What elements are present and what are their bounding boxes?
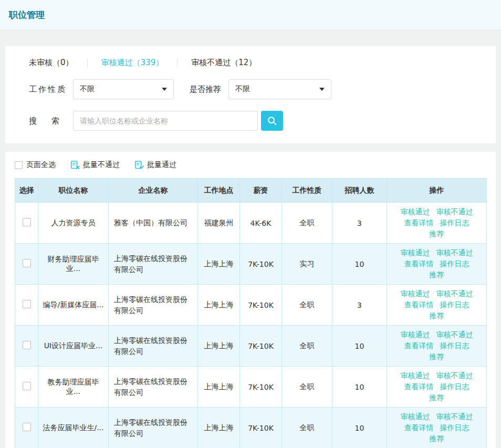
work-type-label: 工作性质: [29, 85, 73, 95]
search-input[interactable]: [73, 111, 258, 131]
work-type-select[interactable]: 不限: [73, 79, 174, 99]
job-name: UI设计应届毕业...: [38, 326, 109, 367]
work-type: 全职: [282, 285, 332, 326]
tab-unreviewed[interactable]: 未审核（0）: [29, 58, 74, 68]
recruit-count: 10: [332, 326, 387, 367]
salary: 4K-6K: [240, 203, 282, 244]
row-actions: 审核通过审核不通过 查看详情操作日志 推荐: [387, 408, 487, 448]
tab-approved[interactable]: 审核通过（339）: [101, 58, 164, 68]
company-name: 上海零碳在线投资股份有限公司: [109, 326, 198, 367]
table-row: 人力资源专员 雅客（中国）有限公司 福建泉州 4K-6K 全职 3 审核通过审核…: [15, 203, 487, 244]
operation-log-link[interactable]: 操作日志: [440, 341, 469, 350]
recommend-value: 不限: [235, 85, 250, 94]
approve-link[interactable]: 审核通过: [401, 207, 430, 216]
recommend-label: 是否推荐: [190, 85, 221, 95]
chevron-down-icon: [162, 88, 167, 91]
action-line: 推荐: [392, 433, 481, 444]
approve-link[interactable]: 审核通过: [401, 289, 430, 298]
recommend-link[interactable]: 推荐: [430, 393, 444, 402]
work-type: 实习: [282, 244, 332, 285]
operation-log-link[interactable]: 操作日志: [440, 259, 469, 268]
batch-approve-button[interactable]: 批量通过: [134, 160, 176, 170]
row-select-cell: [15, 408, 38, 448]
tab-divider: [177, 59, 178, 67]
table-row: 法务应届毕业生/... 上海零碳在线投资股份有限公司 上海上海 7K-10K 全…: [15, 408, 487, 448]
recommend-link[interactable]: 推荐: [430, 352, 444, 361]
reject-link[interactable]: 审核不通过: [436, 207, 473, 216]
recommend-select[interactable]: 不限: [228, 79, 331, 99]
job-name: 财务助理应届毕业...: [38, 244, 109, 285]
batch-actions-row: 页面全选 批量不通过 批量通过: [15, 159, 486, 171]
work-location: 上海上海: [198, 244, 240, 285]
view-detail-link[interactable]: 查看详情: [404, 382, 434, 391]
reject-link[interactable]: 审核不通过: [436, 289, 473, 298]
row-checkbox[interactable]: [23, 259, 31, 267]
action-line: 查看详情操作日志: [392, 422, 481, 433]
row-checkbox[interactable]: [23, 341, 31, 349]
col-header-type: 工作性质: [282, 179, 332, 203]
row-checkbox[interactable]: [23, 218, 31, 226]
operation-log-link[interactable]: 操作日志: [440, 382, 469, 391]
operation-log-link[interactable]: 操作日志: [440, 423, 469, 432]
job-name: 人力资源专员: [38, 203, 109, 244]
reject-link[interactable]: 审核不通过: [436, 248, 473, 257]
reject-link[interactable]: 审核不通过: [436, 371, 473, 380]
page-header: 职位管理: [0, 0, 501, 30]
action-line: 查看详情操作日志: [392, 381, 481, 392]
batch-approve-icon: [134, 160, 144, 170]
col-header-salary: 薪资: [240, 179, 282, 203]
row-select-cell: [15, 367, 38, 408]
reject-link[interactable]: 审核不通过: [436, 330, 473, 339]
recruit-count: 10: [332, 244, 387, 285]
recommend-link[interactable]: 推荐: [430, 434, 444, 443]
row-select-cell: [15, 326, 38, 367]
action-line: 审核通过审核不通过: [392, 288, 481, 299]
operation-log-link[interactable]: 操作日志: [440, 300, 469, 309]
view-detail-link[interactable]: 查看详情: [404, 300, 434, 309]
view-detail-link[interactable]: 查看详情: [404, 218, 434, 227]
work-type: 全职: [282, 203, 332, 244]
approve-link[interactable]: 审核通过: [401, 371, 430, 380]
col-header-count: 招聘人数: [332, 179, 387, 203]
work-type-value: 不限: [80, 85, 95, 94]
work-location: 上海上海: [198, 367, 240, 408]
approve-link[interactable]: 审核通过: [401, 248, 430, 257]
view-detail-link[interactable]: 查看详情: [404, 341, 434, 350]
approve-link[interactable]: 审核通过: [401, 330, 430, 339]
row-checkbox[interactable]: [23, 300, 31, 308]
company-name: 上海零碳在线投资股份有限公司: [109, 367, 198, 408]
work-type: 全职: [282, 408, 332, 448]
recommend-link[interactable]: 推荐: [430, 311, 444, 320]
col-header-job: 职位名称: [38, 179, 109, 203]
job-name: 法务应届毕业生/...: [38, 408, 109, 448]
chevron-down-icon: [319, 88, 325, 91]
results-panel: 页面全选 批量不通过 批量通过: [5, 152, 496, 448]
action-line: 查看详情操作日志: [392, 217, 481, 228]
search-label: 搜索: [29, 116, 73, 126]
status-tabs: 未审核（0） 审核通过（339） 审核不通过（12）: [29, 58, 472, 68]
operation-log-link[interactable]: 操作日志: [440, 218, 469, 227]
filter-panel: 未审核（0） 审核通过（339） 审核不通过（12） 工作性质 不限 是否推荐 …: [5, 46, 496, 143]
select-all-checkbox[interactable]: [15, 161, 23, 169]
approve-link[interactable]: 审核通过: [401, 412, 430, 421]
tab-rejected[interactable]: 审核不通过（12）: [191, 58, 256, 68]
search-icon: [267, 116, 277, 126]
recommend-link[interactable]: 推荐: [430, 230, 444, 238]
work-type: 全职: [282, 367, 332, 408]
search-button[interactable]: [261, 111, 283, 131]
row-checkbox[interactable]: [23, 423, 31, 431]
batch-reject-button[interactable]: 批量不通过: [70, 160, 120, 170]
salary: 7K-10K: [240, 285, 282, 326]
col-header-operations: 操作: [387, 179, 487, 203]
recommend-link[interactable]: 推荐: [430, 270, 444, 279]
view-detail-link[interactable]: 查看详情: [404, 259, 434, 268]
recruit-count: 10: [332, 408, 387, 448]
row-actions: 审核通过审核不通过 查看详情操作日志 推荐: [387, 203, 487, 244]
view-detail-link[interactable]: 查看详情: [404, 423, 434, 432]
action-line: 审核通过审核不通过: [392, 411, 481, 422]
row-checkbox[interactable]: [23, 382, 31, 390]
row-select-cell: [15, 285, 38, 326]
reject-link[interactable]: 审核不通过: [436, 412, 473, 421]
action-line: 审核通过审核不通过: [392, 329, 481, 340]
salary: 7K-10K: [240, 326, 282, 367]
